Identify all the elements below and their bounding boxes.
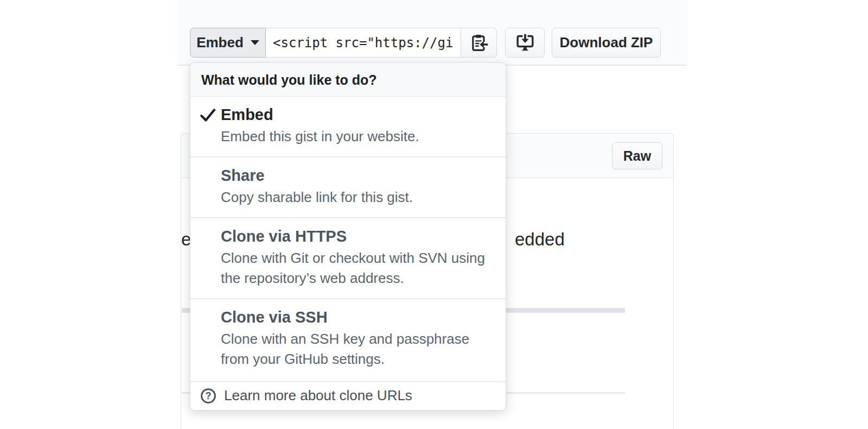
- copy-to-clipboard-button[interactable]: [461, 28, 497, 58]
- menu-item-title: Share: [221, 166, 492, 185]
- paste-clipboard-icon: [470, 34, 488, 52]
- embed-select-button-label: Embed: [196, 34, 244, 51]
- embed-select-button[interactable]: Embed: [190, 28, 266, 58]
- embed-code-input[interactable]: [266, 28, 461, 58]
- embed-options-dropdown: What would you like to do? Embed Embed t…: [190, 62, 506, 411]
- gist-content-text-fragment-right: edded: [515, 229, 565, 250]
- menu-item-title: Clone via HTTPS: [221, 227, 492, 245]
- menu-item-title: Embed: [221, 105, 492, 124]
- menu-item-clone-ssh[interactable]: Clone via SSH Clone with an SSH key and …: [190, 298, 506, 381]
- learn-more-clone-urls-link[interactable]: ? Learn more about clone URLs: [190, 381, 506, 410]
- menu-item-description: Copy sharable link for this gist.: [221, 187, 492, 207]
- menu-item-description: Clone with an SSH key and passphrase fro…: [221, 329, 492, 369]
- question-icon: ?: [200, 388, 216, 404]
- raw-button[interactable]: Raw: [612, 142, 662, 169]
- menu-item-share[interactable]: Share Copy sharable link for this gist.: [190, 156, 506, 217]
- menu-item-embed[interactable]: Embed Embed this gist in your website.: [190, 97, 506, 156]
- download-gist-button[interactable]: [505, 28, 545, 58]
- download-zip-label: Download ZIP: [560, 34, 653, 51]
- learn-more-label: Learn more about clone URLs: [224, 387, 412, 404]
- menu-item-clone-https[interactable]: Clone via HTTPS Clone with Git or checko…: [190, 217, 506, 298]
- chevron-down-icon: [251, 40, 259, 45]
- check-icon: [200, 107, 216, 123]
- download-zip-button[interactable]: Download ZIP: [552, 28, 661, 58]
- desktop-download-icon: [515, 34, 535, 52]
- gist-actions-toolbar: Embed Download ZIP: [190, 28, 661, 58]
- svg-text:?: ?: [206, 390, 212, 401]
- dropdown-header: What would you like to do?: [190, 63, 506, 97]
- menu-item-description: Clone with Git or checkout with SVN usin…: [221, 248, 492, 288]
- menu-item-description: Embed this gist in your website.: [221, 127, 492, 147]
- menu-item-title: Clone via SSH: [221, 308, 492, 326]
